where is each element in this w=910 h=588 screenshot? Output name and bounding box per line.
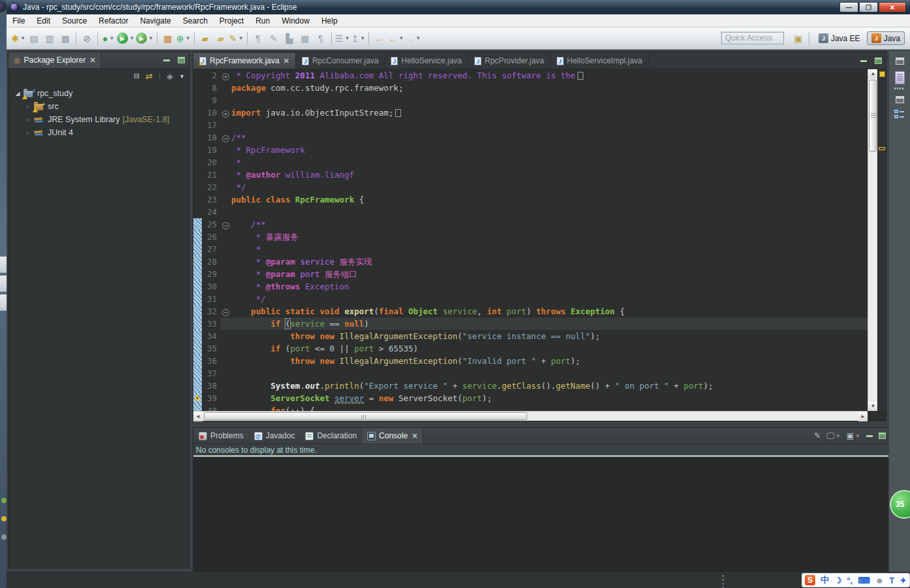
vertical-scrollbar[interactable]: ▲ ▼ [868,69,877,411]
package-explorer-tab[interactable]: ▥ Package Explorer ✕ [8,52,101,68]
toolbox-icon[interactable]: ✦ [900,576,907,585]
horizontal-scroll-thumb[interactable] [204,412,527,420]
link-with-editor-icon[interactable]: ⇄ [146,71,153,81]
code-line-9[interactable]: 9 [193,94,868,106]
soft-keyboard-icon[interactable]: ⌨ [858,576,870,585]
minimize-button[interactable]: — [839,2,858,12]
debug-button[interactable]: ●▼ [101,31,116,46]
code-line-8[interactable]: 8package com.cc.study.rpc.framework; [193,82,868,94]
perspective-java-ee[interactable]: JJava EE [815,32,864,44]
open-type-button[interactable]: ▰ [198,31,212,46]
code-line-22[interactable]: 22 */ [193,181,868,193]
menu-search[interactable]: Search [177,14,214,27]
collapse-all-icon[interactable]: ⊟ [134,72,140,80]
code-line-21[interactable]: 21 * @author william.liangf [193,169,868,181]
folding-column[interactable]: − [220,305,231,318]
code-line-2[interactable]: 2+ * Copyright 2011 Alibaba.com All righ… [193,69,868,82]
code-line-26[interactable]: 26 * 暴露服务 [193,231,868,243]
save-button[interactable]: ▤ [27,31,41,46]
folding-column[interactable]: + [220,106,231,119]
console-output[interactable] [193,458,890,571]
close-icon[interactable]: ✕ [89,56,95,65]
code-line-10[interactable]: 10+import java.io.ObjectInputStream; [193,106,868,119]
tree-item-jre-system-library[interactable]: ▹JRE System Library[JavaSE-1.8] [8,113,189,126]
search-button[interactable]: ✎▼ [229,31,244,46]
code-line-39[interactable]: 39 ServerSocket server = new ServerSocke… [193,392,868,404]
new-java-class-button[interactable]: ⊕▼ [176,31,191,46]
code-line-35[interactable]: 35 if (port <= 0 || port > 65535) [193,342,868,355]
console-tab-declaration[interactable]: Declaration [300,428,362,444]
status-grip[interactable]: •••• [722,574,724,588]
fold-expand-icon[interactable]: + [222,110,229,118]
mark-occurrences-button[interactable]: ✎ [267,31,281,46]
folded-region-box[interactable] [577,72,583,80]
code-line-24[interactable]: 24 [193,206,868,218]
editor-tab-rpcframework-java[interactable]: JRpcFramework.java✕ [193,53,296,69]
expand-arrow-icon[interactable]: ▹ [23,116,33,123]
maximize-editor-icon[interactable] [873,57,883,65]
close-icon[interactable]: ✕ [412,432,417,440]
code-line-20[interactable]: 20 * [193,156,868,169]
open-resource-button[interactable]: ▰ [214,31,228,46]
open-perspective-button[interactable]: ▣ [791,31,805,46]
tree-item-rpc-study[interactable]: ◢Jrpc_study [8,87,189,100]
chinese-mode-icon[interactable]: 中 [821,574,829,586]
restore-view-icon[interactable] [896,96,904,103]
code-line-23[interactable]: 23public class RpcFramework { [193,193,868,206]
code-line-34[interactable]: 34 throw new IllegalArgumentException("s… [193,330,868,342]
code-line-32[interactable]: 32− public static void export(final Obje… [193,305,868,318]
code-line-29[interactable]: 29 * @param port 服务端口 [193,268,868,280]
console-tab-problems[interactable]: Problems [193,428,249,444]
skip-all-breakpoints-button[interactable]: ⊘ [80,31,94,46]
tree-item-src[interactable]: ▹+src [8,100,189,113]
code-line-28[interactable]: 28 * @param service 服务实现 [193,255,868,268]
outline-view-icon[interactable] [894,110,905,119]
code-line-37[interactable]: 37 [193,367,868,380]
minimize-editor-icon[interactable] [858,57,869,65]
scroll-down-arrow[interactable]: ▼ [868,402,878,411]
run-button[interactable]: ▶▼ [117,31,135,46]
menu-edit[interactable]: Edit [31,14,56,27]
code-line-33[interactable]: 33 if (service == null) [193,318,868,330]
scroll-right-arrow[interactable]: ► [858,412,868,421]
menu-navigate[interactable]: Navigate [134,14,176,27]
next-annotation-button[interactable]: ↥▼ [351,31,365,46]
code-line-17[interactable]: 17 [193,119,868,131]
pin-console-button[interactable]: ✎ [814,431,821,440]
expand-arrow-icon[interactable]: ▹ [23,103,33,110]
quick-access-input[interactable]: Quick Access [721,32,784,44]
show-source-button[interactable]: ▦ [298,31,312,46]
forward-button[interactable]: →▼ [405,31,421,46]
back-history-button[interactable]: ← [372,31,387,46]
menu-refactor[interactable]: Refactor [93,14,134,27]
close-button[interactable]: ✕ [879,2,906,12]
new-wizard-button[interactable]: ✱▼ [11,31,25,46]
menu-file[interactable]: File [7,14,31,27]
open-console-button[interactable]: ▣▼ [847,431,860,440]
code-line-40[interactable]: 40 for(;;) { [193,404,868,411]
perspective-java[interactable]: JJava [867,31,905,45]
overview-warning-marker[interactable] [879,147,885,150]
overview-warning-header[interactable] [879,71,885,77]
fold-collapse-icon[interactable]: − [222,309,229,316]
minimized-view-icon[interactable] [895,71,905,84]
fold-collapse-icon[interactable]: − [222,222,229,229]
maximize-view-icon[interactable] [879,433,886,439]
view-menu-icon[interactable]: ▼ [179,73,185,80]
menu-run[interactable]: Run [250,14,276,27]
back-button[interactable]: ←▼ [388,31,404,46]
skin-icon[interactable]: T [889,576,894,585]
folding-column[interactable]: − [220,131,231,144]
focus-icon[interactable]: ◈ [167,71,173,81]
editor-tab-rpcprovider-java[interactable]: JRpcProvider.java [468,53,551,69]
menu-project[interactable]: Project [214,14,250,27]
last-edit-location-button[interactable]: ☰▼ [335,31,349,46]
console-tab-console[interactable]: Console✕ [362,428,423,444]
user-icon[interactable]: ☻ [875,576,885,585]
code-line-25[interactable]: 25− /** [193,218,868,231]
fold-collapse-icon[interactable]: − [222,135,229,142]
vertical-scroll-thumb[interactable] [869,80,877,152]
sogou-ime-bar[interactable]: S中☽°,⌨☻T✦ [802,573,910,587]
scroll-left-arrow[interactable]: ◄ [193,412,203,421]
code-line-38[interactable]: 38 System.out.println("Export service " … [193,380,868,392]
